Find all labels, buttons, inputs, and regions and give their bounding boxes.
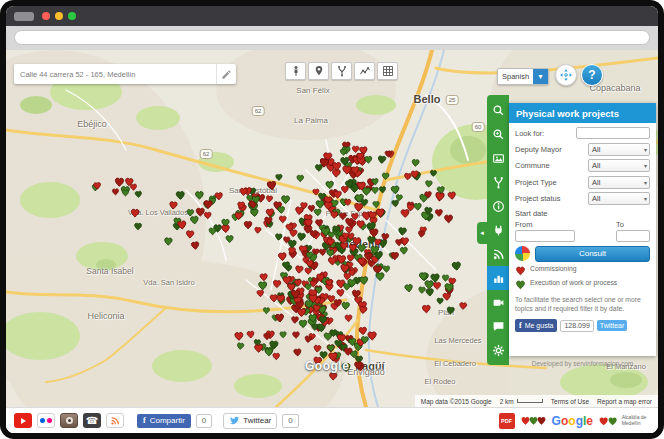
window-close-button[interactable] (42, 12, 50, 20)
project-marker[interactable] (130, 184, 137, 191)
rss-icon[interactable] (106, 413, 124, 428)
project-marker[interactable] (327, 250, 334, 257)
toolbar-item-search[interactable] (487, 98, 509, 122)
project-marker[interactable] (435, 192, 444, 201)
project-marker[interactable] (263, 308, 269, 314)
toolbar-item-image-gallery[interactable] (487, 146, 509, 170)
project-marker[interactable] (278, 206, 285, 213)
project-marker[interactable] (345, 315, 352, 322)
project-marker[interactable] (257, 290, 264, 297)
project-marker[interactable] (342, 302, 350, 309)
project-marker[interactable] (289, 229, 297, 237)
project-marker[interactable] (337, 289, 345, 297)
project-marker[interactable] (305, 284, 311, 290)
project-marker[interactable] (297, 233, 305, 241)
project-marker[interactable] (259, 282, 267, 290)
select-project-type[interactable]: All▾ (588, 176, 650, 189)
project-marker[interactable] (295, 207, 303, 215)
project-marker[interactable] (260, 274, 268, 281)
project-marker[interactable] (459, 302, 466, 309)
project-marker[interactable] (414, 203, 421, 210)
project-marker[interactable] (448, 192, 456, 200)
project-marker[interactable] (254, 227, 261, 234)
project-marker[interactable] (330, 211, 338, 219)
project-marker[interactable] (187, 209, 194, 216)
project-marker[interactable] (279, 216, 286, 223)
project-marker[interactable] (204, 212, 211, 219)
project-marker[interactable] (244, 221, 252, 228)
project-marker[interactable] (391, 186, 399, 194)
project-marker[interactable] (422, 305, 430, 313)
project-marker[interactable] (426, 289, 434, 297)
to-date-input[interactable] (616, 230, 650, 242)
toolbar-item-routes[interactable] (487, 170, 509, 194)
project-marker[interactable] (447, 307, 455, 315)
project-marker[interactable] (273, 353, 280, 360)
project-marker[interactable] (270, 295, 278, 303)
project-marker[interactable] (425, 281, 433, 289)
project-marker[interactable] (437, 298, 443, 304)
collapse-panel-tab[interactable]: ◄ (477, 222, 487, 244)
project-marker[interactable] (215, 192, 223, 200)
project-marker[interactable] (452, 262, 461, 271)
project-marker[interactable] (313, 189, 320, 195)
project-marker[interactable] (297, 175, 304, 182)
project-marker[interactable] (314, 345, 321, 352)
project-marker[interactable] (273, 280, 281, 288)
project-marker[interactable] (373, 201, 379, 207)
project-marker[interactable] (276, 174, 282, 180)
project-marker[interactable] (328, 296, 335, 303)
project-marker[interactable] (255, 345, 263, 353)
project-marker[interactable] (122, 190, 128, 196)
project-marker[interactable] (186, 231, 194, 239)
pencil-icon[interactable] (216, 64, 236, 84)
report-error-link[interactable]: Report a map error (597, 398, 652, 405)
route-tool[interactable] (331, 62, 352, 80)
toolbar-item-work-projects-chart[interactable] (487, 266, 509, 290)
panel-twitter-button[interactable]: Twittear (597, 320, 627, 331)
project-marker[interactable] (379, 186, 386, 193)
project-marker[interactable] (332, 169, 340, 177)
project-marker[interactable] (354, 203, 363, 212)
project-marker[interactable] (396, 239, 403, 246)
add-marker-tool[interactable] (308, 62, 329, 80)
project-marker[interactable] (329, 373, 337, 380)
project-marker[interactable] (360, 276, 368, 284)
project-marker[interactable] (326, 181, 334, 189)
project-marker[interactable] (430, 170, 437, 177)
project-marker[interactable] (288, 240, 296, 248)
project-marker[interactable] (267, 181, 276, 190)
project-marker[interactable] (405, 284, 413, 292)
project-marker[interactable] (294, 349, 302, 357)
project-marker[interactable] (435, 209, 442, 216)
street-view-pegman-tool[interactable] (285, 62, 306, 80)
project-marker[interactable] (368, 332, 376, 340)
data-grid-tool[interactable] (377, 62, 398, 80)
toolbar-item-settings[interactable] (487, 338, 509, 362)
project-marker[interactable] (383, 266, 390, 273)
project-marker[interactable] (135, 223, 142, 230)
project-marker[interactable] (196, 208, 204, 216)
project-marker[interactable] (264, 333, 271, 339)
project-marker[interactable] (425, 180, 432, 187)
language-selector[interactable]: Spanish ▾ (497, 68, 549, 85)
pan-compass-button[interactable] (555, 64, 577, 86)
project-marker[interactable] (190, 216, 198, 224)
project-marker[interactable] (222, 225, 230, 233)
project-marker[interactable] (275, 234, 282, 241)
project-marker[interactable] (275, 314, 284, 323)
project-marker[interactable] (419, 287, 426, 294)
project-marker[interactable] (280, 332, 287, 338)
project-marker[interactable] (176, 191, 184, 199)
project-marker[interactable] (164, 238, 172, 246)
project-marker[interactable] (400, 247, 407, 254)
project-marker[interactable] (382, 173, 389, 180)
project-marker[interactable] (359, 306, 367, 314)
project-marker[interactable] (226, 236, 233, 243)
address-bar-input[interactable] (14, 30, 650, 45)
select-project-status[interactable]: All▾ (588, 192, 650, 205)
chevron-down-icon[interactable]: ▾ (533, 69, 548, 84)
project-marker[interactable] (293, 332, 300, 339)
facebook-like-button[interactable]: f Me gusta (515, 319, 557, 332)
project-marker[interactable] (316, 200, 324, 208)
